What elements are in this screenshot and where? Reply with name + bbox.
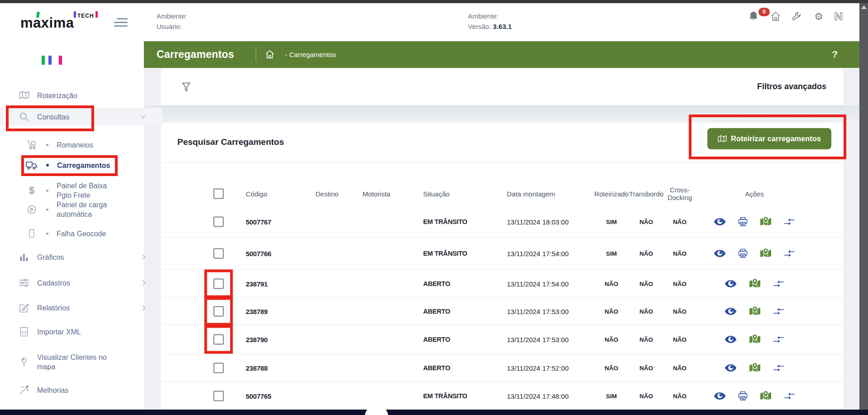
map-action-icon[interactable] xyxy=(760,248,772,259)
cell-transbordo: NÃO xyxy=(639,250,653,257)
sidebar-logo-bar-pink xyxy=(59,56,62,65)
sidebar-item-label: Cadastros xyxy=(37,278,70,288)
table-row[interactable]: 238790ABERTO13/11/2024 17:53:00NÃONÃONÃO xyxy=(161,325,844,354)
view-action-icon[interactable] xyxy=(714,392,726,400)
cell-codigo: 238791 xyxy=(246,280,267,287)
view-action-icon[interactable] xyxy=(714,250,726,258)
sidebar-item-carregamentos[interactable]: Carregamentos xyxy=(0,156,169,174)
print-action-icon[interactable] xyxy=(738,391,748,401)
sidebar-item-graficos[interactable]: Gráficos xyxy=(0,248,162,266)
table-row[interactable]: 5007765EM TRÂNSITO13/11/2024 17:48:00SIM… xyxy=(161,382,844,410)
table-row[interactable]: 238789ABERTO13/11/2024 17:53:00NÃONÃONÃO xyxy=(161,298,844,325)
map-icon xyxy=(718,135,727,143)
notification-badge: 0 xyxy=(758,7,771,17)
cell-roteirizado: NÃO xyxy=(605,280,618,287)
map-action-icon[interactable] xyxy=(760,391,772,401)
row-checkbox[interactable] xyxy=(214,248,224,259)
cell-data-montagem: 13/11/2024 17:54:00 xyxy=(507,280,569,287)
wrench-icon[interactable] xyxy=(792,11,803,23)
sidebar-item-roteirizacao[interactable]: Roteirização xyxy=(0,86,162,105)
chevron-down-icon xyxy=(140,115,146,119)
transfer-action-icon[interactable] xyxy=(773,307,784,315)
gear-icon[interactable]: ⚙ xyxy=(813,11,825,23)
sidebar-item-cadastros[interactable]: Cadastros xyxy=(0,274,162,292)
chart-icon xyxy=(18,253,30,262)
page-header: Carregamentos - Carregamentos ? xyxy=(144,41,859,68)
search-card: Pesquisar Carregamentos Roteirizar carre… xyxy=(161,123,844,410)
map-action-icon[interactable] xyxy=(760,216,772,227)
map-action-icon[interactable] xyxy=(749,306,761,316)
row-checkbox[interactable] xyxy=(214,216,224,227)
route-n-icon[interactable] xyxy=(834,11,845,23)
cell-transbordo: NÃO xyxy=(639,393,653,400)
transfer-action-icon[interactable] xyxy=(784,392,795,400)
sidebar-item-melhorias[interactable]: Melhorias xyxy=(0,381,162,399)
sidebar-item-label: Relatórios xyxy=(37,303,70,313)
select-all-checkbox[interactable] xyxy=(214,189,224,199)
sidebar-item-romaneios[interactable]: Romaneios xyxy=(0,136,169,154)
table-row[interactable]: 5007766EM TRÂNSITO13/11/2024 17:54:00SIM… xyxy=(161,238,844,270)
table-row[interactable]: 5007767EM TRÂNSITO13/11/2024 18:03:00SIM… xyxy=(161,206,844,238)
transfer-action-icon[interactable] xyxy=(784,218,795,225)
search-card-title: Pesquisar Carregamentos xyxy=(177,137,284,147)
home-icon[interactable] xyxy=(770,11,782,23)
breadcrumb-home-icon[interactable] xyxy=(265,49,275,59)
sidebar-item-label: Painel de cargaautomática xyxy=(57,200,107,219)
cell-data-montagem: 13/11/2024 17:48:00 xyxy=(507,392,569,400)
column-header-situacao: Situação xyxy=(423,190,449,198)
cell-transbordo: NÃO xyxy=(639,365,653,372)
view-action-icon[interactable] xyxy=(725,307,737,315)
scrollbar-up-arrow[interactable] xyxy=(861,5,867,9)
sidebar-item-falha-geocode[interactable]: Falha Geocode xyxy=(0,224,169,243)
row-checkbox[interactable] xyxy=(214,391,224,401)
cell-transbordo: NÃO xyxy=(639,218,653,225)
menu-toggle-icon[interactable] xyxy=(114,18,128,27)
route-loads-button[interactable]: Roteirizar carregamentos xyxy=(707,128,831,149)
view-action-icon[interactable] xyxy=(725,280,737,287)
sidebar-item-label: Carregamentos xyxy=(57,161,110,170)
map-action-icon[interactable] xyxy=(749,363,761,373)
cell-roteirizado: SIM xyxy=(606,250,617,257)
column-header-codigo: Código xyxy=(246,190,267,198)
row-checkbox[interactable] xyxy=(214,334,224,345)
map-action-icon[interactable] xyxy=(749,278,761,289)
transfer-action-icon[interactable] xyxy=(773,364,784,372)
cell-codigo: 238790 xyxy=(246,336,267,343)
cell-situacao: ABERTO xyxy=(423,364,450,372)
sidebar-item-importar-xml[interactable]: Importar XML xyxy=(0,323,162,341)
ambiente-center-label: Ambiente: xyxy=(468,12,499,20)
sidebar-item-visualizar-clientes-no-mapa[interactable]: Visualizar Clientes nomapa xyxy=(0,351,162,373)
advanced-filters-link[interactable]: Filtros avançados xyxy=(757,82,826,91)
transfer-action-icon[interactable] xyxy=(773,280,784,287)
cell-codigo: 238788 xyxy=(246,364,267,372)
column-header-motorista: Motorista xyxy=(362,190,391,198)
view-action-icon[interactable] xyxy=(725,364,737,372)
transfer-action-icon[interactable] xyxy=(784,250,795,258)
sidebar-item-relatorios[interactable]: Relatórios xyxy=(0,299,162,317)
vertical-scrollbar[interactable] xyxy=(859,0,868,415)
row-checkbox[interactable] xyxy=(214,306,224,316)
page-title: Carregamentos xyxy=(157,48,234,61)
cell-transbordo: NÃO xyxy=(639,336,653,343)
table-row[interactable]: 238791ABERTO13/11/2024 17:54:00NÃONÃONÃO xyxy=(161,270,844,298)
help-button[interactable]: ? xyxy=(832,49,838,60)
sidebar: RoteirizaçãoConsultasRomaneiosCarregamen… xyxy=(0,41,144,410)
sidebar-item-label: Consultas xyxy=(37,112,69,122)
cell-codigo: 238789 xyxy=(246,307,267,315)
print-action-icon[interactable] xyxy=(738,217,748,226)
cell-situacao: ABERTO xyxy=(423,308,450,315)
row-checkbox[interactable] xyxy=(214,363,224,373)
sidebar-item-painel-de-carga-automatica[interactable]: Painel de cargaautomática xyxy=(0,198,169,221)
table-row[interactable]: 238788ABERTO13/11/2024 17:52:00NÃONÃONÃO xyxy=(161,354,844,382)
transfer-action-icon[interactable] xyxy=(773,336,784,343)
view-action-icon[interactable] xyxy=(725,336,737,343)
filter-funnel-icon[interactable] xyxy=(182,82,191,92)
print-action-icon[interactable] xyxy=(738,249,748,258)
sidebar-item-consultas[interactable]: Consultas xyxy=(0,108,162,126)
row-checkbox[interactable] xyxy=(214,278,224,289)
view-action-icon[interactable] xyxy=(714,218,726,225)
cards-gap xyxy=(144,105,859,123)
map-action-icon[interactable] xyxy=(749,334,761,345)
breadcrumb: - Carregamentos xyxy=(285,51,336,58)
search-icon xyxy=(18,112,30,122)
